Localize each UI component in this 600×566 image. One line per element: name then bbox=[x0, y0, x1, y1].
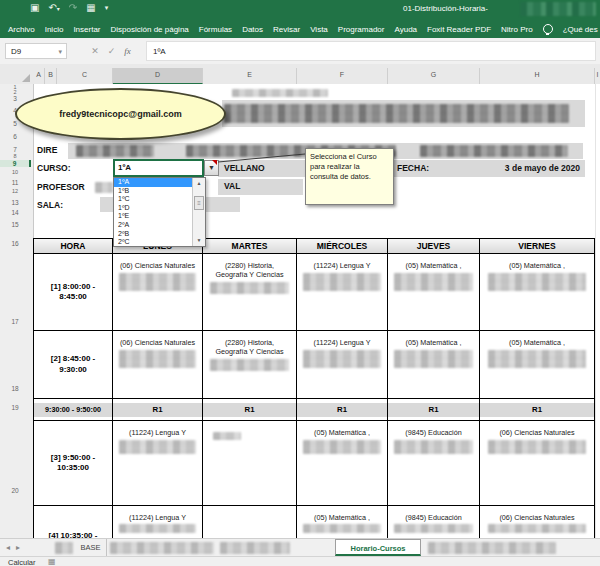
tab-formulas[interactable]: Fórmulas bbox=[199, 25, 232, 34]
subject-cell[interactable]: (05) Matemática , bbox=[297, 421, 388, 506]
col-header-d[interactable]: D bbox=[113, 68, 203, 84]
tab-archivo[interactable]: Archivo bbox=[8, 25, 35, 34]
subject-cell[interactable]: (05) Matemática , bbox=[388, 254, 480, 331]
redo-icon[interactable]: ↷ bbox=[69, 2, 77, 13]
subject-cell[interactable]: (9845) Educación bbox=[388, 421, 480, 506]
subject-cell[interactable]: (11224) Lengua Y bbox=[297, 331, 388, 399]
row-header-20[interactable]: 20 bbox=[0, 487, 30, 494]
dropdown-item[interactable]: 2ºC bbox=[114, 238, 193, 247]
dropdown-item[interactable]: 2ºB bbox=[114, 230, 193, 239]
redacted-tab[interactable] bbox=[220, 542, 290, 554]
tab-programador[interactable]: Programador bbox=[338, 25, 385, 34]
undo-icon[interactable]: ↶▾ bbox=[48, 2, 59, 13]
row-header-14[interactable]: 14 bbox=[0, 209, 30, 216]
sheet-nav-arrows[interactable]: ◂▸ bbox=[6, 543, 26, 552]
recess-cell[interactable]: R1 bbox=[480, 399, 594, 421]
col-header-e[interactable]: E bbox=[203, 68, 297, 84]
col-header-f[interactable]: F bbox=[297, 68, 388, 84]
customize-qat-icon[interactable]: ▾ bbox=[105, 4, 109, 12]
miercoles-header-cell[interactable]: MIÉRCOLES bbox=[297, 239, 388, 254]
dropdown-item[interactable]: 2ºA bbox=[114, 221, 193, 230]
time-cell[interactable]: [2] 8:45:00 - 9:30:00 bbox=[34, 331, 113, 399]
scroll-up-icon[interactable]: ▲ bbox=[193, 178, 205, 189]
row-header-7[interactable]: 7 bbox=[0, 146, 30, 153]
row-header-16[interactable]: 16 bbox=[0, 240, 30, 247]
curso-cell-d9[interactable]: 1ºA bbox=[113, 159, 204, 177]
macro-record-icon[interactable]: ▦ bbox=[48, 557, 56, 566]
sheet-tab-horario-cursos[interactable]: Horario-Cursos bbox=[335, 539, 421, 556]
row-header-18[interactable]: 18 bbox=[0, 385, 30, 392]
subject-cell[interactable]: (06) Ciencias Naturales bbox=[113, 254, 203, 331]
time-cell[interactable]: [1] 8:00:00 - 8:45:00 bbox=[34, 254, 113, 331]
row-header-8[interactable]: 8 bbox=[0, 153, 30, 159]
row-header-19[interactable]: 19 bbox=[0, 404, 30, 411]
col-header-g[interactable]: G bbox=[388, 68, 480, 84]
redacted-tab[interactable] bbox=[55, 542, 73, 554]
time-cell[interactable]: [3] 9:50:00 - 10:35:00 bbox=[34, 421, 113, 506]
martes-header-cell[interactable]: MARTES bbox=[203, 239, 297, 254]
save-icon[interactable]: ▣ bbox=[30, 2, 39, 13]
row-header-11[interactable]: 11 bbox=[0, 179, 30, 186]
tab-vista[interactable]: Vista bbox=[310, 25, 328, 34]
jueves-header-cell[interactable]: JUEVES bbox=[388, 239, 480, 254]
curso-row-band[interactable]: VELLANO FECHA: 3 de mayo de 2020 bbox=[218, 160, 585, 177]
hora-header-cell[interactable]: HORA bbox=[34, 239, 113, 254]
sheet-tab-base[interactable]: BASE bbox=[75, 539, 107, 556]
recess-cell[interactable]: R1 bbox=[113, 399, 203, 421]
subject-cell[interactable]: (2280) Historia, Geografía Y Ciencias bbox=[203, 331, 297, 399]
col-header-a[interactable]: A bbox=[33, 68, 45, 84]
cancel-icon[interactable]: ✕ bbox=[91, 46, 99, 56]
subject-cell[interactable]: (2280) Historia, Geografía Y Ciencias bbox=[203, 254, 297, 331]
subject-cell[interactable]: (06) Ciencias Naturales bbox=[113, 331, 203, 399]
tab-foxit[interactable]: Foxit Reader PDF bbox=[427, 25, 491, 34]
row-header-3[interactable]: 3 bbox=[0, 95, 30, 102]
tab-insertar[interactable]: Insertar bbox=[73, 25, 100, 34]
name-box-dropdown-icon[interactable]: ▾ bbox=[58, 44, 62, 60]
redacted-tab[interactable] bbox=[428, 542, 556, 554]
subject-cell[interactable] bbox=[203, 421, 297, 506]
subject-cell[interactable]: (05) Matemática , bbox=[388, 331, 480, 399]
viernes-header-cell[interactable]: VIERNES bbox=[480, 239, 594, 254]
redacted-tab[interactable] bbox=[110, 542, 214, 554]
col-header-c[interactable]: C bbox=[57, 68, 113, 84]
tell-me-box[interactable]: ¿Qué des bbox=[563, 25, 598, 34]
row-header-9[interactable]: 9 bbox=[0, 160, 31, 167]
row-header-6[interactable]: 6 bbox=[0, 133, 30, 140]
row-header-17[interactable]: 17 bbox=[0, 318, 30, 325]
dropdown-item[interactable]: 1ºE bbox=[114, 212, 193, 221]
recess-cell[interactable]: R1 bbox=[297, 399, 388, 421]
tab-disposicion[interactable]: Disposición de página bbox=[111, 25, 189, 34]
subject-cell[interactable]: (11224) Lengua Y bbox=[113, 421, 203, 506]
scroll-thumb[interactable]: ≡ bbox=[194, 196, 204, 210]
col-header-i[interactable]: I bbox=[595, 68, 600, 84]
tab-revisar[interactable]: Revisar bbox=[273, 25, 300, 34]
scroll-down-icon[interactable]: ▼ bbox=[193, 235, 205, 246]
recess-time-cell[interactable]: 9:30:00 - 9:50:00 bbox=[34, 399, 113, 421]
subject-cell[interactable]: (05) Matemática , bbox=[480, 331, 594, 399]
row-header-13[interactable]: 13 bbox=[0, 199, 30, 206]
enter-icon[interactable]: ✓ bbox=[108, 46, 116, 56]
tab-ayuda[interactable]: Ayuda bbox=[394, 25, 417, 34]
subject-cell[interactable]: (11224) Lengua Y bbox=[297, 254, 388, 331]
dropdown-scrollbar[interactable]: ▲ ≡ ▼ bbox=[192, 178, 205, 246]
tab-datos[interactable]: Datos bbox=[242, 25, 263, 34]
name-box[interactable]: D9 ▾ bbox=[5, 43, 67, 59]
recess-cell[interactable]: R1 bbox=[388, 399, 480, 421]
row-header-12[interactable]: 12 bbox=[0, 188, 30, 194]
row-header-10[interactable]: 10 bbox=[0, 169, 30, 175]
subject-cell[interactable]: (05) Matemática , bbox=[480, 254, 594, 331]
subject-cell[interactable]: (06) Ciencias Naturales bbox=[480, 421, 594, 506]
recess-cell[interactable]: R1 bbox=[203, 399, 297, 421]
formula-input[interactable]: 1ºA bbox=[146, 41, 596, 61]
col-header-b[interactable]: B bbox=[45, 68, 57, 84]
profesor-row-band[interactable]: VAL bbox=[218, 179, 303, 195]
dropdown-item[interactable]: 1ºB bbox=[114, 187, 193, 196]
dropdown-item[interactable]: 1ºA bbox=[114, 178, 193, 187]
dropdown-item[interactable]: 1ºD bbox=[114, 204, 193, 213]
row-header-15[interactable]: 15 bbox=[0, 221, 30, 228]
tab-nitro[interactable]: Nitro Pro bbox=[501, 25, 533, 34]
insert-function-icon[interactable]: fx bbox=[124, 46, 131, 56]
tab-inicio[interactable]: Inicio bbox=[45, 25, 64, 34]
col-header-h[interactable]: H bbox=[480, 68, 595, 84]
select-all-corner[interactable] bbox=[22, 74, 30, 82]
